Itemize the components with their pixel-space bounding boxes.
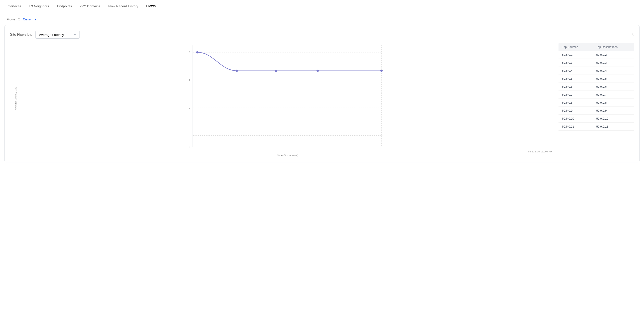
table-row: 50.5.0.950.9.0.9 bbox=[558, 107, 634, 115]
chevron-down-icon: ▾ bbox=[35, 17, 36, 21]
metric-dropdown[interactable]: Average Latency ▾ bbox=[35, 31, 80, 39]
svg-point-13 bbox=[236, 70, 238, 72]
destination-cell: 50.9.0.4 bbox=[596, 69, 630, 72]
nav-item-interfaces[interactable]: Interfaces bbox=[7, 4, 21, 9]
source-cell: 50.5.0.3 bbox=[562, 61, 596, 64]
chart-table-container: Average Latency (μs) bbox=[10, 43, 634, 157]
destination-cell: 50.9.0.6 bbox=[596, 85, 630, 88]
collapse-button[interactable]: ∧ bbox=[631, 32, 634, 37]
table-row: 50.5.0.350.9.0.3 bbox=[558, 59, 634, 67]
destination-cell: 50.9.0.5 bbox=[596, 77, 630, 80]
nav-item-endpoints[interactable]: Endpoints bbox=[57, 4, 72, 9]
destination-cell: 50.9.0.7 bbox=[596, 93, 630, 96]
site-flows-header: Site Flows by: Average Latency ▾ ∧ bbox=[10, 31, 634, 39]
nav-item-vpc-domains[interactable]: vPC Domains bbox=[80, 4, 100, 9]
destination-cell: 50.9.0.11 bbox=[596, 125, 630, 128]
main-card: Site Flows by: Average Latency ▾ ∧ Avera… bbox=[4, 25, 640, 162]
svg-text:6: 6 bbox=[189, 51, 190, 54]
table-row: 50.5.0.450.9.0.4 bbox=[558, 67, 634, 75]
table-header: Top Sources Top Destinations bbox=[558, 43, 634, 51]
chevron-down-icon: ▾ bbox=[74, 33, 76, 37]
nav-item-flows[interactable]: Flows bbox=[146, 4, 156, 9]
table-row: 50.5.0.550.9.0.5 bbox=[558, 75, 634, 83]
svg-point-14 bbox=[275, 70, 277, 72]
table-row: 50.5.0.650.9.0.6 bbox=[558, 83, 634, 91]
table-row: 50.5.0.850.9.0.8 bbox=[558, 99, 634, 107]
source-cell: 50.5.0.5 bbox=[562, 77, 596, 80]
svg-point-12 bbox=[196, 51, 198, 53]
source-cell: 50.5.0.11 bbox=[562, 125, 596, 128]
x-axis-label: Time (5m interval) bbox=[21, 154, 554, 157]
nav-item-flow-record-history[interactable]: Flow Record History bbox=[108, 4, 138, 9]
dropdown-value: Average Latency bbox=[39, 33, 64, 37]
source-cell: 50.5.0.2 bbox=[562, 53, 596, 56]
svg-point-15 bbox=[316, 70, 319, 72]
table-row: 50.5.0.750.9.0.7 bbox=[558, 91, 634, 99]
source-cell: 50.5.0.9 bbox=[562, 109, 596, 112]
destination-cell: 50.9.0.8 bbox=[596, 101, 630, 104]
current-button[interactable]: Current ▾ bbox=[23, 17, 36, 21]
sub-header: Flows ⏱ Current ▾ bbox=[0, 13, 644, 25]
top-nav: InterfacesL3 NeighborsEndpointsvPC Domai… bbox=[0, 0, 644, 13]
site-flows-left: Site Flows by: Average Latency ▾ bbox=[10, 31, 80, 39]
flows-title: Flows bbox=[7, 17, 15, 21]
current-label: Current bbox=[23, 17, 33, 21]
right-table: Top Sources Top Destinations 50.5.0.250.… bbox=[558, 43, 634, 157]
svg-text:4: 4 bbox=[189, 78, 190, 82]
source-cell: 50.5.0.10 bbox=[562, 117, 596, 120]
table-row: 50.5.0.1050.9.0.10 bbox=[558, 115, 634, 123]
svg-text:0: 0 bbox=[189, 146, 190, 149]
svg-text:2: 2 bbox=[189, 106, 190, 109]
source-cell: 50.5.0.8 bbox=[562, 101, 596, 104]
site-flows-label: Site Flows by: bbox=[10, 33, 32, 37]
destination-cell: 50.9.0.2 bbox=[596, 53, 630, 56]
destination-cell: 50.9.0.3 bbox=[596, 61, 630, 64]
clock-icon: ⏱ bbox=[18, 17, 21, 21]
chart-area: Average Latency (μs) bbox=[10, 43, 554, 157]
svg-point-16 bbox=[380, 70, 382, 72]
chart-svg: 6 4 2 0 bbox=[21, 43, 554, 154]
col-destinations-header: Top Destinations bbox=[596, 45, 630, 48]
table-body: 50.5.0.250.9.0.250.5.0.350.9.0.350.5.0.4… bbox=[558, 51, 634, 131]
source-cell: 50.5.0.6 bbox=[562, 85, 596, 88]
table-row: 50.5.0.1150.9.0.11 bbox=[558, 123, 634, 131]
nav-item-l3-neighbors[interactable]: L3 Neighbors bbox=[29, 4, 49, 9]
destination-cell: 50.9.0.10 bbox=[596, 117, 630, 120]
y-axis-label: Average Latency (μs) bbox=[14, 87, 17, 110]
col-sources-header: Top Sources bbox=[562, 45, 596, 48]
source-cell: 50.5.0.4 bbox=[562, 69, 596, 72]
table-row: 50.5.0.250.9.0.2 bbox=[558, 51, 634, 59]
source-cell: 50.5.0.7 bbox=[562, 93, 596, 96]
timestamp-label: 08-11 5:05:19.009 PM bbox=[21, 150, 554, 153]
destination-cell: 50.9.0.9 bbox=[596, 109, 630, 112]
